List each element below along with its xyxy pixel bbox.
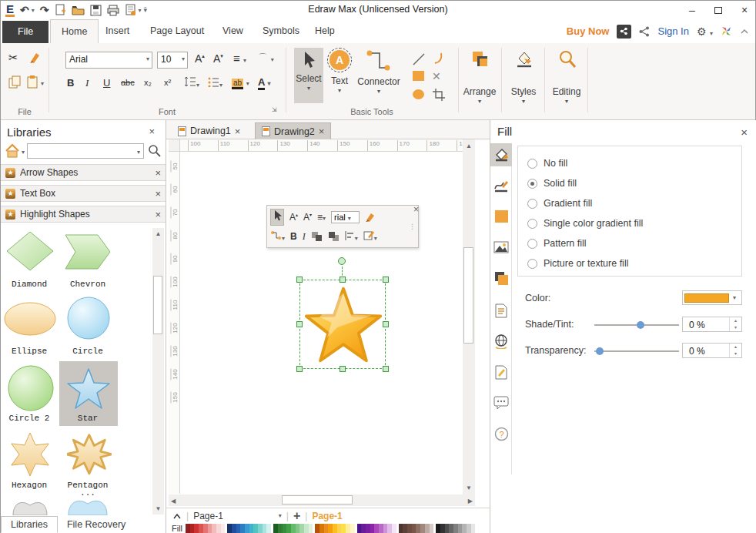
resize-handle-ne[interactable] <box>383 277 389 283</box>
radio-icon[interactable] <box>527 159 537 169</box>
palette-swatch[interactable] <box>471 524 476 533</box>
text-tool-button[interactable]: A Text▾ <box>325 48 354 103</box>
mini-align-button[interactable]: ≡▾ <box>317 212 326 223</box>
palette-swatch[interactable] <box>350 524 355 533</box>
scroll-down-icon[interactable]: ▼ <box>152 505 164 512</box>
palette-swatch[interactable] <box>392 524 396 533</box>
font-family-select[interactable]: Arial▾ <box>65 52 152 69</box>
present-icon[interactable] <box>617 25 631 39</box>
font-color-button[interactable]: A ▾ <box>258 76 271 88</box>
text-highlight-button[interactable]: ab ▾ <box>232 76 249 88</box>
radio-icon[interactable] <box>527 259 537 269</box>
collapse-ribbon-icon[interactable] <box>740 28 749 35</box>
transparency-spinner[interactable]: 0 %▴▾ <box>682 343 742 358</box>
shade-tint-slider[interactable] <box>594 321 679 329</box>
copy-button[interactable] <box>8 75 22 89</box>
tab-insert[interactable]: Insert <box>95 19 140 43</box>
tab-help[interactable]: Help <box>304 19 346 43</box>
resize-handle-e[interactable] <box>383 321 389 327</box>
mini-increase-font[interactable]: A▴ <box>289 212 298 223</box>
italic-button[interactable]: I <box>85 77 89 89</box>
quick-color-icon[interactable] <box>490 205 512 228</box>
help-icon[interactable]: ? <box>490 422 512 445</box>
collapse-pages-icon[interactable] <box>172 513 182 519</box>
mini-format-painter[interactable] <box>365 212 376 223</box>
canvas-v-scrollbar[interactable]: ▲ ▼ <box>463 139 475 494</box>
editing-button[interactable]: Editing▾ <box>546 48 587 105</box>
radio-icon[interactable] <box>527 219 537 229</box>
tab-home[interactable]: Home <box>50 19 99 43</box>
mini-font-select[interactable]: rial ▾ <box>331 211 360 223</box>
shape-partial-blue[interactable] <box>67 496 110 515</box>
shape-partial-gray[interactable] <box>12 496 50 515</box>
increase-font-button[interactable]: A▴ <box>195 52 205 65</box>
shape-circle[interactable] <box>66 296 111 340</box>
resize-handle-s[interactable] <box>340 366 346 372</box>
library-section-text-box[interactable]: ★ Text Box × <box>1 185 166 202</box>
fill-panel-close-icon[interactable]: × <box>741 126 748 139</box>
font-dialog-launcher-icon[interactable]: ⇲ <box>272 106 277 113</box>
scrollbar-thumb[interactable] <box>153 276 162 334</box>
cut-button[interactable]: ✂ <box>8 51 18 65</box>
connector-tool-button[interactable]: Connector▾ <box>355 48 403 103</box>
font-size-select[interactable]: 10▾ <box>157 52 188 69</box>
mini-connector-tool[interactable]: ▾ <box>270 230 285 243</box>
option-gradient-fill[interactable]: Gradient fill <box>527 198 592 209</box>
section-close-icon[interactable]: × <box>155 209 161 220</box>
strikethrough-button[interactable]: abc <box>121 78 135 87</box>
sign-in-link[interactable]: Sign In <box>657 25 688 37</box>
close-drawing2-icon[interactable]: × <box>319 126 325 137</box>
share-icon[interactable] <box>639 26 650 37</box>
picture-icon[interactable] <box>490 236 512 259</box>
underline-button[interactable]: U <box>103 77 110 89</box>
tab-file[interactable]: File <box>2 21 49 43</box>
option-no-fill[interactable]: No fill <box>527 158 567 169</box>
shade-tint-spinner[interactable]: 0 %▴▾ <box>682 317 742 332</box>
library-scrollbar[interactable]: ▲ ▼ <box>152 228 164 515</box>
section-close-icon[interactable]: × <box>155 188 161 199</box>
format-painter-button[interactable] <box>28 51 42 65</box>
library-home-icon[interactable] <box>5 143 22 159</box>
ellipse-tool-icon[interactable] <box>413 89 424 99</box>
option-pattern-fill[interactable]: Pattern fill <box>527 238 587 249</box>
palette-swatch[interactable] <box>430 524 434 533</box>
minimize-button[interactable]: – <box>686 4 698 16</box>
tab-page-layout[interactable]: Page Layout <box>139 19 215 43</box>
align-text-button[interactable]: ≡ ▾ <box>233 52 246 65</box>
maximize-button[interactable] <box>712 4 724 16</box>
freehand-tool-icon[interactable]: ✕ <box>432 70 441 82</box>
radio-icon[interactable] <box>527 199 537 209</box>
radio-icon[interactable] <box>527 239 537 249</box>
canvas-h-scrollbar[interactable]: ◀ ▶ <box>169 494 475 506</box>
resize-handle-nw[interactable] <box>296 277 303 283</box>
option-single-color-gradient-fill[interactable]: Single color gradient fill <box>527 218 643 229</box>
tab-libraries[interactable]: Libraries <box>1 516 58 533</box>
line-style-icon[interactable] <box>490 174 512 197</box>
search-icon[interactable] <box>148 144 162 158</box>
bold-button[interactable]: B <box>67 77 74 89</box>
mini-toolbar-close-icon[interactable]: × <box>413 204 419 215</box>
option-picture-texture-fill[interactable]: Picture or texture fill <box>527 258 628 269</box>
mini-select-tool[interactable] <box>270 209 284 226</box>
rectangle-tool-icon[interactable] <box>413 71 424 81</box>
tab-symbols[interactable]: Symbols <box>252 19 310 43</box>
line-spacing-button[interactable]: ▾ <box>184 76 199 89</box>
color-dropdown-icon[interactable]: ▾ <box>733 294 736 301</box>
mini-send-backward[interactable] <box>328 231 340 242</box>
tab-file-recovery[interactable]: File Recovery <box>58 517 135 532</box>
canvas-star-shape[interactable] <box>302 283 385 367</box>
select-tool-button[interactable]: Select▾ <box>294 48 323 103</box>
scrollbar-thumb[interactable] <box>282 495 353 505</box>
styles-button[interactable]: Styles▾ <box>503 48 544 105</box>
arc-tool-icon[interactable] <box>432 51 446 65</box>
scroll-up-icon[interactable]: ▲ <box>152 230 164 237</box>
buy-now-link[interactable]: Buy Now <box>567 25 610 37</box>
transparency-slider[interactable] <box>594 347 679 355</box>
mini-edit-shape[interactable]: ▾ <box>363 230 377 243</box>
scrollbar-thumb[interactable] <box>463 247 473 344</box>
scroll-up-icon[interactable]: ▲ <box>463 142 475 149</box>
page-select[interactable]: Page-1 <box>193 511 223 521</box>
tab-drawing1[interactable]: Drawing1 × <box>172 122 246 139</box>
palette-swatch[interactable] <box>221 524 226 533</box>
mini-italic-button[interactable]: I <box>303 231 306 243</box>
